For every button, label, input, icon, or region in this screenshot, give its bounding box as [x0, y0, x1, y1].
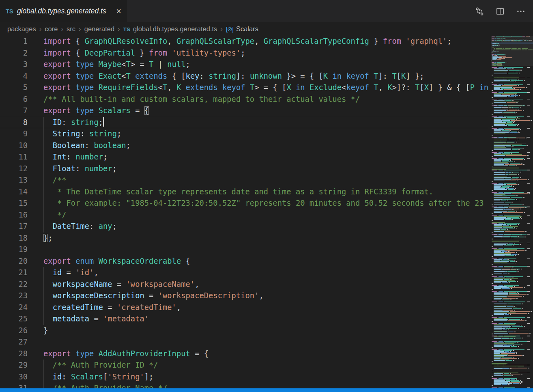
code-line: 25 metadata = 'metadata'	[0, 313, 488, 325]
code-area[interactable]: 1import { GraphQLResolveInfo, GraphQLSca…	[0, 36, 488, 392]
code-line: 2import { DeepPartial } from 'utility-ty…	[0, 47, 488, 59]
line-number: 12	[0, 163, 28, 175]
code-line: 24 createdTime = 'createdTime',	[0, 302, 488, 314]
code-line: 10 Boolean: boolean;	[0, 140, 488, 152]
indent-guide	[43, 174, 44, 186]
code-line-text: export type Maybe<T> = T | null;	[43, 59, 190, 71]
breadcrumb-item-global-db-types-generated-ts[interactable]: TSglobal.db.types.generated.ts	[123, 25, 217, 33]
code-line-text: export enum WorkspaceOrderable {	[43, 256, 190, 267]
breadcrumb-item-scalars[interactable]: [⊘]Scalars	[226, 25, 258, 33]
indent-guide	[43, 313, 44, 325]
line-number: 22	[0, 279, 28, 291]
breadcrumb-item-generated[interactable]: generated	[84, 25, 114, 33]
line-number: 2	[0, 47, 28, 59]
line-number: 10	[0, 140, 28, 152]
code-line: 4export type Exact<T extends { [key: str…	[0, 71, 488, 82]
indent-guide	[43, 267, 44, 279]
tab-bar: TS global.db.types.generated.ts ×	[0, 0, 533, 22]
typescript-file-icon: TS	[123, 26, 130, 32]
typescript-file-icon: TS	[6, 8, 13, 15]
editor-actions	[475, 0, 533, 22]
code-line-text: createdTime = 'createdTime',	[43, 302, 181, 314]
line-number: 1	[0, 36, 28, 47]
line-number: 29	[0, 360, 28, 371]
code-line: 8 ID: string;	[0, 117, 488, 129]
code-line-text: }	[43, 325, 48, 337]
line-number: 18	[0, 233, 28, 244]
indent-guide	[43, 186, 44, 198]
code-line-text: workspaceName = 'workspaceName',	[43, 279, 199, 291]
line-number: 20	[0, 256, 28, 267]
close-icon[interactable]: ×	[115, 7, 122, 16]
line-number: 14	[0, 186, 28, 198]
code-line-text: export type Exact<T extends { [key: stri…	[43, 71, 424, 82]
line-number: 4	[0, 71, 28, 82]
tab-global-db-types-generated[interactable]: TS global.db.types.generated.ts ×	[0, 0, 127, 22]
code-line-text: export type Scalars = {	[43, 105, 149, 117]
indent-guide	[43, 279, 44, 291]
line-number: 15	[0, 198, 28, 209]
code-line: 1import { GraphQLResolveInfo, GraphQLSca…	[0, 36, 488, 47]
breadcrumb-item-src[interactable]: src	[67, 25, 75, 33]
chevron-separator: ›	[118, 25, 120, 33]
minimap[interactable]	[491, 36, 533, 392]
vscode-window: TS global.db.types.generated.ts × packag…	[0, 0, 533, 392]
chevron-separator: ›	[79, 25, 81, 33]
code-line-text: Boolean: boolean;	[43, 140, 131, 152]
line-number: 3	[0, 59, 28, 71]
code-line: 15 * For example: "1985-04-12T23:20:50.5…	[0, 198, 488, 209]
indent-guide	[43, 221, 44, 233]
code-line: 30 id: Scalars['String'];	[0, 371, 488, 383]
line-number: 19	[0, 244, 28, 256]
code-line-text: DateTime: any;	[43, 221, 117, 233]
tab-title: global.db.types.generated.ts	[17, 7, 106, 15]
code-line: 14 * The DateTime scalar type represents…	[0, 186, 488, 198]
symbol-icon: [⊘]	[226, 26, 233, 32]
code-line-text: /** Auth Provider ID */	[43, 360, 158, 371]
open-changes-icon[interactable]	[475, 6, 484, 16]
text-cursor	[103, 117, 104, 127]
indent-guide	[43, 302, 44, 314]
indent-guide	[43, 371, 44, 383]
indent-guide	[43, 128, 44, 140]
line-number: 9	[0, 128, 28, 140]
more-actions-icon[interactable]	[516, 6, 526, 16]
line-number: 24	[0, 302, 28, 314]
minimap-slider[interactable]	[491, 36, 533, 66]
code-line: 20export enum WorkspaceOrderable {	[0, 256, 488, 267]
split-editor-icon[interactable]	[495, 6, 505, 16]
breadcrumb-item-core[interactable]: core	[45, 25, 58, 33]
indent-guide	[43, 290, 44, 302]
code-line: 26}	[0, 325, 488, 337]
code-line: 9 String: string;	[0, 128, 488, 140]
code-editor: 1import { GraphQLResolveInfo, GraphQLSca…	[0, 36, 533, 392]
code-line-text: */	[43, 209, 67, 221]
indent-guide	[43, 198, 44, 209]
line-number: 5	[0, 82, 28, 94]
indent-guide	[43, 117, 44, 129]
line-number: 25	[0, 313, 28, 325]
indent-guide	[43, 140, 44, 152]
code-line-text: id: Scalars['String'];	[43, 371, 153, 383]
code-line: 6/** All built-in and custom scalars, ma…	[0, 94, 488, 106]
code-line: 29 /** Auth Provider ID */	[0, 360, 488, 371]
code-line-text: /**	[43, 174, 67, 186]
code-line-text: import { DeepPartial } from 'utility-typ…	[43, 47, 245, 59]
indent-guide	[43, 151, 44, 163]
line-number: 17	[0, 221, 28, 233]
chevron-separator: ›	[61, 25, 63, 33]
breadcrumb-item-packages[interactable]: packages	[7, 25, 36, 33]
code-line: 7export type Scalars = {	[0, 105, 488, 117]
line-number: 11	[0, 151, 28, 163]
code-line-text: * The DateTime scalar type represents da…	[43, 186, 433, 198]
chevron-separator: ›	[39, 25, 42, 33]
line-number: 13	[0, 174, 28, 186]
indent-guide	[43, 360, 44, 371]
line-number: 6	[0, 94, 28, 106]
code-line-text: String: string;	[43, 128, 121, 140]
minimap-current-line-marker	[491, 43, 533, 44]
code-line: 27	[0, 336, 488, 348]
code-line: 13 /**	[0, 174, 488, 186]
line-number: 30	[0, 371, 28, 383]
code-line-text: ID: string;	[43, 117, 104, 129]
